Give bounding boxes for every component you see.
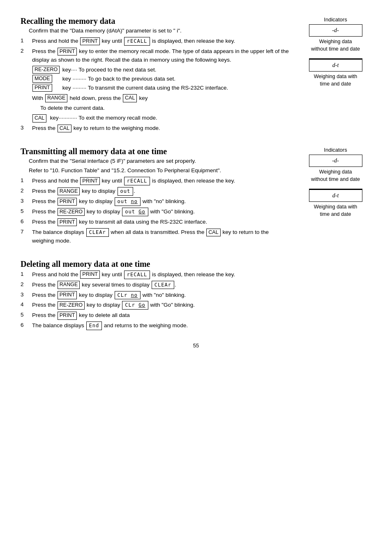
recall-step-3: 3 Press the CAL key to return to the wei… [21,124,291,133]
transmit-layout: Transmitting all memory data at one time… [21,147,371,247]
key-text: key [139,94,148,103]
print-key-part2: PRINT [32,84,61,92]
indicators-title-1: Indicators [324,16,347,23]
transmit-indicators: Indicators -d- Weighing datawithout time… [300,147,371,247]
range-key-r: RANGE [45,94,67,102]
delete-title: Deleting all memory data at one time [21,259,371,269]
recall-layout: Recalling the memory data Confirm that t… [21,16,371,134]
transmit-intro2: Refer to "10. Function Table" and "15.2.… [29,167,291,173]
step-1-content: Press and hold the PRINT key until rECAL… [32,37,291,46]
range-key-d2: RANGE [58,281,80,289]
d-step-2-content: Press the RANGE key several times to dis… [32,281,371,289]
rezero-key-r: RE-ZERO [32,66,60,74]
delete-steps: 1 Press and hold the PRINT key until rEC… [21,271,371,331]
indicator-desc-2b: Weighing data withtime and date [314,204,357,218]
recall-main: Recalling the memory data Confirm that t… [21,16,291,134]
t-step-6-content: Press the PRINT key to transmit all data… [32,218,291,227]
rezero-key-d4: RE-ZERO [58,301,85,310]
recall-step-1: 1 Press and hold the PRINT key until rEC… [21,37,291,46]
end-display: End [86,321,102,330]
transmit-steps: 1 Press and hold the PRINT key until rEC… [21,177,291,245]
print-key-r1: PRINT [80,37,100,46]
t-step-num-3: 3 [21,197,32,204]
recall-steps: 1 Press and hold the PRINT key until rEC… [21,37,291,133]
print-key-d5: PRINT [58,312,77,320]
transmit-step-6: 6 Press the PRINT key to transmit all da… [21,218,291,227]
print-key-r3: PRINT [32,84,52,92]
print-key-t3: PRINT [58,198,77,206]
recall-display-t1: rECALL [124,177,150,185]
print-desc: key ········· To transmit the current da… [61,84,291,92]
cal-exit-text: key············ To exit the memory recal… [48,115,157,121]
delete-step-4: 4 Press the RE-ZERO key to display CLr G… [21,301,371,310]
d-step-num-1: 1 [21,271,32,277]
indicator-desc-1a: Weighing datawithout time and date [311,38,360,53]
transmit-main: Transmitting all memory data at one time… [21,147,291,247]
section-recall: Recalling the memory data Confirm that t… [21,16,371,134]
mode-key-r: MODE [32,75,52,83]
cal-key-exit: CAL [32,114,46,123]
section-transmit: Transmitting all memory data at one time… [21,147,371,247]
t-step-2-content: Press the RANGE key to display out. [32,187,291,196]
mode-desc: key ········· To go back to the previous… [61,75,291,83]
transmit-step-1: 1 Press and hold the PRINT key until rEC… [21,177,291,185]
clear-display-d2: CLEAr [152,281,174,289]
page-number: 55 [21,342,371,349]
d-step-3-content: Press the PRINT key to display CLr no wi… [32,291,371,300]
cal-key-r3: CAL [58,125,71,133]
indicator-box-1b: d-t [309,58,362,72]
d-step-num-3: 3 [21,291,32,298]
with-text: With [32,94,43,103]
out-no-display: out no [115,197,141,206]
d-step-4-content: Press the RE-ZERO key to display CLr Go … [32,301,371,310]
recall-title: Recalling the memory data [21,16,291,26]
mode-key-part: MODE [32,75,61,83]
recall-display-d1: rECALL [124,271,150,279]
t-step-5-content: Press the RE-ZERO key to display out Go … [32,208,291,216]
print-key-t1: PRINT [80,177,100,185]
print-key-d1: PRINT [80,271,100,279]
recall-sub-mode: MODE key ········· To go back to the pre… [32,75,291,83]
t-step-num-1: 1 [21,177,32,183]
d-step-num-6: 6 [21,321,32,328]
transmit-step-3: 3 Press the PRINT key to display out no … [21,197,291,206]
t-step-7-content: The balance displays CLEAr when all data… [32,228,291,245]
print-key-d3: PRINT [58,291,77,299]
delete-step-6: 6 The balance displays End and returns t… [21,321,371,330]
t-step-num-6: 6 [21,218,32,224]
print-key-t6: PRINT [58,218,77,227]
delete-current-text: To delete the current data. [40,104,291,113]
cal-exit-line: CAL key············ To exit the memory r… [32,114,291,123]
cal-key-r: CAL [123,94,137,102]
print-key-r2: PRINT [58,48,77,56]
clr-go-display: CLr Go [122,301,148,310]
indicator-box-2a: -d- [309,155,362,167]
indicator-box-2b: d-t [309,189,362,202]
transmit-step-7: 7 The balance displays CLEAr when all da… [21,228,291,245]
delete-step-1: 1 Press and hold the PRINT key until rEC… [21,271,371,279]
step-num-2: 2 [21,47,32,54]
transmit-title: Transmitting all memory data at one time [21,147,291,156]
held-down-text: held down, press the [69,94,121,103]
t-step-1-content: Press and hold the PRINT key until rECAL… [32,177,291,185]
t-step-3-content: Press the PRINT key to display out no wi… [32,197,291,206]
recall-sub-print: PRINT key ········· To transmit the curr… [32,84,291,92]
step-num-3: 3 [21,124,32,131]
t-step-num-7: 7 [21,228,32,235]
section-delete: Deleting all memory data at one time 1 P… [21,259,371,331]
out-go-display: out Go [122,208,148,216]
clear-display-t7: CLEAr [86,228,109,237]
step-2-content: Press the PRINT key to enter the memory … [32,47,291,123]
indicators-title-2: Indicators [324,147,347,153]
transmit-step-2: 2 Press the RANGE key to display out. [21,187,291,196]
out-display: out [118,187,134,196]
transmit-intro1: Confirm that the "Serial interface (5 iF… [29,158,291,164]
rezero-key-part: RE-ZERO [32,66,61,74]
t-step-num-2: 2 [21,187,32,194]
with-range-line: With RANGE held down, press the CAL key [32,94,291,103]
d-step-5-content: Press the PRINT key to delete all data [32,311,371,320]
indicator-desc-2a: Weighing datawithout time and date [311,169,360,183]
recall-intro: Confirm that the "Data memory (dAtA)" pa… [29,28,291,34]
step-3-content: Press the CAL key to return to the weigh… [32,124,291,133]
cal-key-t7: CAL [206,229,220,237]
